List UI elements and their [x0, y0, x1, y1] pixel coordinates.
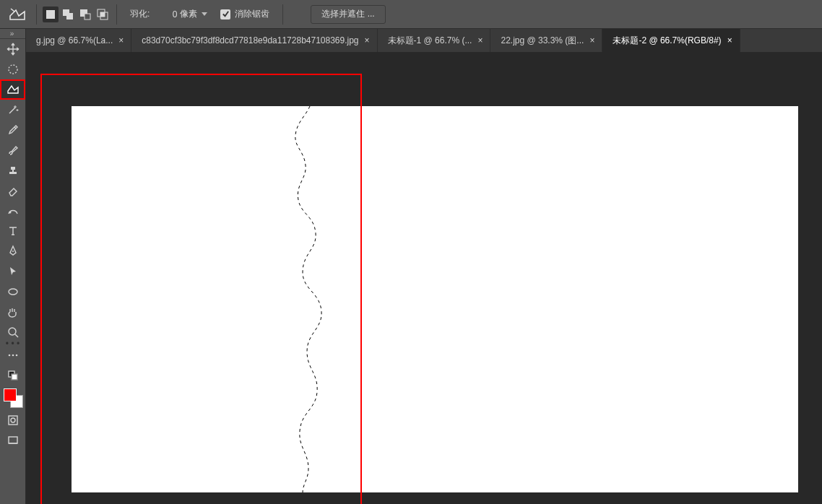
- svg-point-14: [12, 355, 14, 357]
- options-bar: 羽化: 像素 消除锯齿 选择并遮住 ...: [0, 0, 822, 29]
- selection-marquee: [234, 106, 386, 492]
- antialias-label: 消除锯齿: [235, 8, 269, 20]
- svg-rect-0: [46, 10, 55, 19]
- svg-rect-2: [66, 13, 73, 19]
- gradient-tool[interactable]: [0, 201, 25, 221]
- close-icon[interactable]: ×: [477, 35, 483, 45]
- screen-mode-toggle[interactable]: [0, 430, 25, 451]
- close-icon[interactable]: ×: [365, 35, 370, 45]
- document-tab-label: 未标题-2 @ 66.7%(RGB/8#): [613, 35, 721, 47]
- document-tab[interactable]: g.jpg @ 66.7%(La...×: [26, 29, 131, 52]
- shape-tool[interactable]: [0, 282, 25, 302]
- document-tab[interactable]: 未标题-1 @ 66.7% (...×: [378, 29, 491, 52]
- svg-rect-20: [9, 437, 17, 443]
- lasso-tool[interactable]: [0, 79, 25, 100]
- document-tab[interactable]: 未标题-2 @ 66.7%(RGB/8#)×: [602, 29, 740, 52]
- document-canvas[interactable]: [72, 106, 798, 492]
- svg-point-12: [9, 328, 16, 335]
- foreground-swatch[interactable]: [4, 388, 17, 401]
- document-tab[interactable]: 22.jpg @ 33.3% (图...×: [490, 29, 602, 52]
- stamp-tool[interactable]: [0, 160, 25, 181]
- edit-toolbar[interactable]: [0, 345, 25, 365]
- feather-label: 羽化:: [130, 8, 150, 20]
- pen-tool[interactable]: [0, 241, 25, 261]
- svg-rect-17: [12, 374, 17, 380]
- svg-point-13: [8, 355, 10, 357]
- close-icon[interactable]: ×: [589, 35, 594, 45]
- document-tab-label: g.jpg @ 66.7%(La...: [36, 35, 113, 45]
- close-icon[interactable]: ×: [727, 35, 732, 45]
- active-tool-icon: [4, 4, 30, 25]
- antialias-checkbox[interactable]: [220, 9, 230, 19]
- selection-mode-subtract[interactable]: [77, 6, 93, 22]
- svg-point-15: [15, 355, 17, 357]
- document-tab-label: c83d70cf3bc79f3df8dcd77818e9da11728b4710…: [142, 35, 358, 45]
- selection-mode-add[interactable]: [60, 6, 76, 22]
- svg-rect-4: [85, 14, 90, 19]
- type-tool[interactable]: [0, 221, 25, 241]
- document-tab-label: 未标题-1 @ 66.7% (...: [388, 35, 472, 47]
- feather-field[interactable]: 像素: [152, 7, 207, 22]
- eraser-tool[interactable]: [0, 181, 25, 201]
- feather-unit: 像素: [180, 8, 197, 20]
- svg-rect-7: [100, 12, 105, 17]
- path-select-tool[interactable]: [0, 261, 25, 282]
- svg-point-10: [12, 251, 14, 252]
- close-icon[interactable]: ×: [118, 35, 124, 45]
- move-tool[interactable]: [0, 39, 25, 59]
- marquee-tool[interactable]: [0, 59, 25, 79]
- tools-panel-handle[interactable]: »: [0, 29, 25, 39]
- default-colors[interactable]: [0, 365, 25, 386]
- svg-rect-18: [9, 416, 17, 425]
- quick-mask-toggle[interactable]: [0, 410, 25, 430]
- select-and-mask-label: 选择并遮住 ...: [321, 8, 374, 20]
- select-and-mask-button[interactable]: 选择并遮住 ...: [311, 5, 385, 24]
- feather-input[interactable]: [152, 7, 178, 22]
- selection-mode-group: [43, 6, 111, 22]
- selection-mode-intersect[interactable]: [95, 6, 111, 22]
- svg-point-11: [9, 289, 17, 295]
- document-tab-strip: g.jpg @ 66.7%(La...×c83d70cf3bc79f3df8dc…: [26, 29, 822, 52]
- svg-point-9: [9, 212, 11, 214]
- magic-wand-tool[interactable]: [0, 100, 25, 120]
- color-swatches[interactable]: [0, 386, 25, 410]
- brush-tool[interactable]: [0, 140, 25, 160]
- separator: [36, 4, 37, 25]
- svg-point-8: [9, 65, 17, 74]
- selection-mode-new[interactable]: [43, 6, 59, 22]
- document-tab[interactable]: c83d70cf3bc79f3df8dcd77818e9da11728b4710…: [131, 29, 377, 52]
- hand-tool[interactable]: [0, 302, 25, 322]
- document-tab-label: 22.jpg @ 33.3% (图...: [501, 35, 584, 47]
- workspace: [26, 52, 822, 504]
- tools-panel: » • • •: [0, 29, 26, 504]
- separator: [282, 4, 283, 25]
- svg-point-19: [11, 418, 15, 422]
- separator: [116, 4, 117, 25]
- eyedropper-tool[interactable]: [0, 120, 25, 140]
